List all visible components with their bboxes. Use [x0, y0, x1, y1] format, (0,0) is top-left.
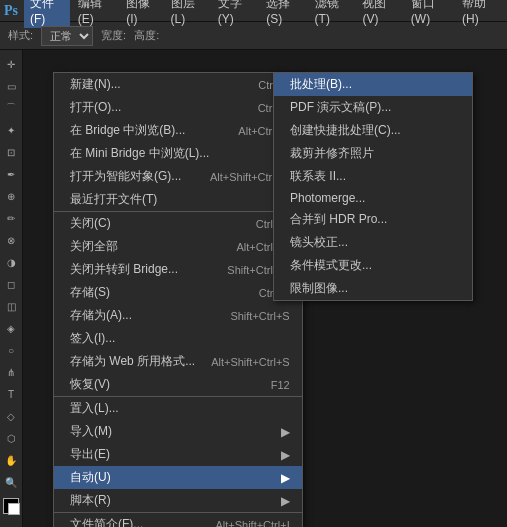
menu-item-checkin[interactable]: 签入(I)...	[54, 327, 302, 350]
menu-help[interactable]: 帮助(H)	[456, 0, 503, 28]
tool-lasso[interactable]: ⌒	[1, 98, 21, 118]
tool-gradient[interactable]: ◫	[1, 296, 21, 316]
tool-brush[interactable]: ✏	[1, 208, 21, 228]
tool-history[interactable]: ◑	[1, 252, 21, 272]
tool-crop[interactable]: ⊡	[1, 142, 21, 162]
menu-item-close[interactable]: 关闭(C) Ctrl+W	[54, 211, 302, 235]
menu-window[interactable]: 窗口(W)	[405, 0, 454, 28]
menu-filter[interactable]: 滤镜(T)	[309, 0, 355, 28]
menu-item-mini-bridge[interactable]: 在 Mini Bridge 中浏览(L)...	[54, 142, 302, 165]
tool-magic-wand[interactable]: ✦	[1, 120, 21, 140]
tool-marquee[interactable]: ▭	[1, 76, 21, 96]
menu-item-place[interactable]: 置入(L)...	[54, 396, 302, 420]
canvas-area: jixian.ps.com 新建(N)... Ctrl+N 打开(O)... C…	[23, 50, 507, 527]
menu-item-export[interactable]: 导出(E) ▶	[54, 443, 302, 466]
style-label: 样式:	[8, 28, 33, 43]
tool-move[interactable]: ✛	[1, 54, 21, 74]
menu-items: 文件(F) 编辑(E) 图像(I) 图层(L) 文字(Y) 选择(S) 滤镜(T…	[24, 0, 503, 28]
menu-item-automate[interactable]: 自动(U) ▶	[54, 466, 302, 489]
submenu-item-batch[interactable]: 批处理(B)...	[274, 73, 472, 96]
menu-item-file-info[interactable]: 文件简介(F)... Alt+Shift+Ctrl+I	[54, 512, 302, 527]
tool-clone[interactable]: ⊗	[1, 230, 21, 250]
menu-file[interactable]: 文件(F)	[24, 0, 70, 28]
menu-item-scripts[interactable]: 脚本(R) ▶	[54, 489, 302, 512]
submenu-item-merge-hdr[interactable]: 合并到 HDR Pro...	[274, 208, 472, 231]
menu-item-save-as[interactable]: 存储为(A)... Shift+Ctrl+S	[54, 304, 302, 327]
background-color[interactable]	[8, 503, 20, 515]
style-select[interactable]: 正常	[41, 26, 93, 46]
tool-type[interactable]: T	[1, 384, 21, 404]
submenu-item-contact-sheet[interactable]: 联系表 II...	[274, 165, 472, 188]
menu-item-import[interactable]: 导入(M) ▶	[54, 420, 302, 443]
menu-layer[interactable]: 图层(L)	[165, 0, 210, 28]
tool-eraser[interactable]: ◻	[1, 274, 21, 294]
menu-item-recent[interactable]: 最近打开文件(T) ▶	[54, 188, 302, 211]
tool-shape[interactable]: ⬡	[1, 428, 21, 448]
submenu-item-shortcut-batch[interactable]: 创建快捷批处理(C)...	[274, 119, 472, 142]
foreground-color[interactable]	[3, 498, 19, 514]
file-menu-dropdown: 新建(N)... Ctrl+N 打开(O)... Ctrl+O 在 Bridge…	[53, 72, 303, 527]
submenu-item-fit-image[interactable]: 限制图像...	[274, 277, 472, 300]
menu-item-open[interactable]: 打开(O)... Ctrl+O	[54, 96, 302, 119]
height-label: 高度:	[134, 28, 159, 43]
menu-item-save[interactable]: 存储(S) Ctrl+S	[54, 281, 302, 304]
tool-pen[interactable]: ⋔	[1, 362, 21, 382]
menu-item-open-smart[interactable]: 打开为智能对象(G)... Alt+Shift+Ctrl+O	[54, 165, 302, 188]
menu-view[interactable]: 视图(V)	[356, 0, 402, 28]
width-label: 宽度:	[101, 28, 126, 43]
menu-bar: Ps 文件(F) 编辑(E) 图像(I) 图层(L) 文字(Y) 选择(S) 滤…	[0, 0, 507, 22]
submenu-item-pdf[interactable]: PDF 演示文稿(P)...	[274, 96, 472, 119]
menu-item-revert[interactable]: 恢复(V) F12	[54, 373, 302, 396]
toolbar: ✛ ▭ ⌒ ✦ ⊡ ✒ ⊕ ✏ ⊗ ◑ ◻ ◫ ◈ ○ ⋔ T ◇ ⬡ ✋ 🔍	[0, 50, 23, 527]
menu-select[interactable]: 选择(S)	[260, 0, 306, 28]
submenu-item-conditional-mode[interactable]: 条件模式更改...	[274, 254, 472, 277]
ps-logo: Ps	[4, 3, 18, 19]
menu-item-close-all[interactable]: 关闭全部 Alt+Ctrl+W	[54, 235, 302, 258]
main-layout: ✛ ▭ ⌒ ✦ ⊡ ✒ ⊕ ✏ ⊗ ◑ ◻ ◫ ◈ ○ ⋔ T ◇ ⬡ ✋ 🔍 …	[0, 50, 507, 527]
submenu-item-crop-straighten[interactable]: 裁剪并修齐照片	[274, 142, 472, 165]
menu-item-new[interactable]: 新建(N)... Ctrl+N	[54, 73, 302, 96]
tool-zoom[interactable]: 🔍	[1, 472, 21, 492]
menu-item-save-web[interactable]: 存储为 Web 所用格式... Alt+Shift+Ctrl+S	[54, 350, 302, 373]
tool-path[interactable]: ◇	[1, 406, 21, 426]
menu-edit[interactable]: 编辑(E)	[72, 0, 118, 28]
tool-healing[interactable]: ⊕	[1, 186, 21, 206]
menu-item-close-bridge[interactable]: 关闭并转到 Bridge... Shift+Ctrl+W	[54, 258, 302, 281]
menu-type[interactable]: 文字(Y)	[212, 0, 258, 28]
menu-item-browse-bridge[interactable]: 在 Bridge 中浏览(B)... Alt+Ctrl+O	[54, 119, 302, 142]
submenu-item-photomerge[interactable]: Photomerge...	[274, 188, 472, 208]
tool-eyedropper[interactable]: ✒	[1, 164, 21, 184]
menu-image[interactable]: 图像(I)	[120, 0, 162, 28]
tool-hand[interactable]: ✋	[1, 450, 21, 470]
automate-submenu: 批处理(B)... PDF 演示文稿(P)... 创建快捷批处理(C)... 裁…	[273, 72, 473, 301]
tool-dodge[interactable]: ○	[1, 340, 21, 360]
tool-blur[interactable]: ◈	[1, 318, 21, 338]
submenu-item-lens-correction[interactable]: 镜头校正...	[274, 231, 472, 254]
